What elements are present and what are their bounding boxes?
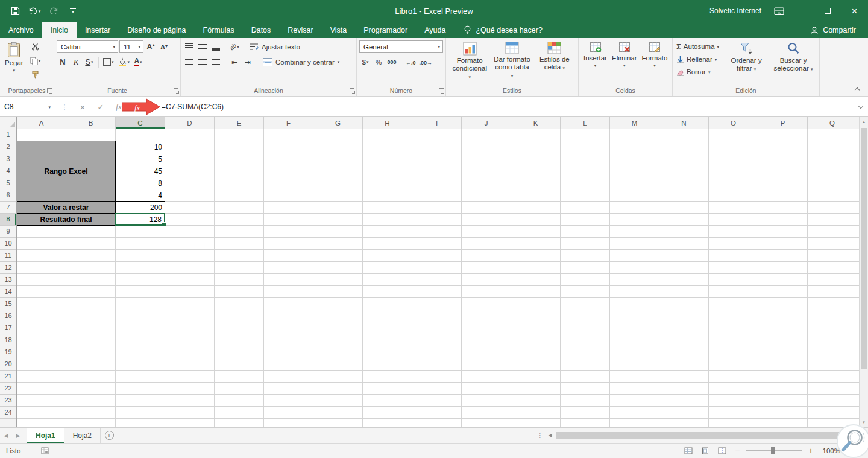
increase-font-button[interactable] bbox=[145, 40, 157, 53]
page-layout-view-button[interactable] bbox=[699, 445, 711, 457]
row-header-23[interactable]: 23 bbox=[0, 395, 16, 407]
column-header-p[interactable]: P bbox=[758, 117, 808, 129]
sort-filter-button[interactable]: Ordenar y filtrar bbox=[723, 40, 770, 74]
row-header-2[interactable]: 2 bbox=[0, 141, 16, 153]
minimize-button[interactable] bbox=[787, 0, 814, 22]
label-cell-resultado-final[interactable]: Resultado final bbox=[17, 213, 116, 226]
comma-format-button[interactable]: 000 bbox=[386, 56, 398, 68]
cell-c5[interactable]: 8 bbox=[115, 177, 165, 189]
font-size-select[interactable]: 11 bbox=[119, 40, 143, 53]
copy-button[interactable] bbox=[29, 54, 42, 67]
cell-c6[interactable]: 4 bbox=[115, 189, 165, 202]
sheet-nav-left-button[interactable] bbox=[0, 428, 12, 443]
column-header-j[interactable]: J bbox=[462, 117, 511, 129]
paste-button[interactable]: Pegar bbox=[2, 40, 26, 74]
clear-button[interactable]: Borrar bbox=[675, 66, 720, 78]
column-header-n[interactable]: N bbox=[659, 117, 709, 129]
tab-formulas[interactable]: Fórmulas bbox=[195, 22, 243, 38]
font-name-select[interactable]: Calibri bbox=[57, 40, 118, 53]
clipboard-dialog-launcher[interactable] bbox=[47, 88, 52, 93]
decrease-font-button[interactable] bbox=[158, 40, 170, 53]
column-header-d[interactable]: D bbox=[165, 117, 215, 129]
row-header-1[interactable]: 1 bbox=[0, 129, 16, 141]
tab-inicio[interactable]: Inicio bbox=[42, 22, 77, 38]
align-center-button[interactable] bbox=[197, 56, 209, 68]
formula-input[interactable]: =C7-SUMA(C2:C6) bbox=[128, 97, 854, 116]
tell-me-box[interactable]: ¿Qué desea hacer? bbox=[464, 22, 542, 38]
row-header-17[interactable]: 17 bbox=[0, 322, 16, 334]
cell-c8[interactable]: 128 bbox=[115, 213, 165, 226]
column-header-b[interactable]: B bbox=[66, 117, 116, 129]
close-button[interactable] bbox=[841, 0, 868, 22]
row-header-14[interactable]: 14 bbox=[0, 286, 16, 298]
row-header-13[interactable]: 13 bbox=[0, 274, 16, 286]
row-header-19[interactable]: 19 bbox=[0, 346, 16, 358]
insert-cells-button[interactable]: Insertar bbox=[581, 40, 609, 69]
tab-datos[interactable]: Datos bbox=[243, 22, 280, 38]
tab-vista[interactable]: Vista bbox=[322, 22, 356, 38]
row-header-4[interactable]: 4 bbox=[0, 165, 16, 177]
align-bottom-button[interactable] bbox=[210, 40, 222, 53]
column-header-c[interactable]: C bbox=[116, 117, 165, 129]
number-format-select[interactable]: General bbox=[359, 40, 443, 53]
column-header-f[interactable]: F bbox=[264, 117, 313, 129]
undo-button[interactable] bbox=[27, 2, 42, 19]
sheet-tab-hoja2[interactable]: Hoja2 bbox=[64, 428, 101, 443]
horizontal-scroll-thumb[interactable] bbox=[556, 432, 843, 439]
conditional-formatting-button[interactable]: Formato condicional bbox=[448, 40, 491, 81]
formula-bar-expand-button[interactable] bbox=[854, 97, 868, 116]
zoom-slider[interactable] bbox=[746, 450, 802, 451]
save-button[interactable] bbox=[7, 2, 23, 19]
align-left-button[interactable] bbox=[183, 56, 195, 68]
column-header-m[interactable]: M bbox=[610, 117, 659, 129]
column-header-l[interactable]: L bbox=[561, 117, 610, 129]
maximize-button[interactable] bbox=[814, 0, 841, 22]
name-box[interactable]: C8 bbox=[0, 97, 55, 116]
row-header-20[interactable]: 20 bbox=[0, 358, 16, 371]
row-header-7[interactable]: 7 bbox=[0, 202, 16, 214]
cell-c7[interactable]: 200 bbox=[115, 201, 165, 214]
format-cells-button[interactable]: Formato bbox=[640, 40, 670, 69]
fill-color-button[interactable] bbox=[116, 56, 131, 68]
wrap-text-button[interactable]: Ajustar texto bbox=[247, 40, 303, 53]
zoom-out-button[interactable]: − bbox=[733, 446, 741, 456]
row-header-11[interactable]: 11 bbox=[0, 250, 16, 262]
page-break-view-button[interactable] bbox=[716, 445, 728, 457]
row-header-18[interactable]: 18 bbox=[0, 334, 16, 346]
column-header-k[interactable]: K bbox=[511, 117, 561, 129]
format-painter-button[interactable] bbox=[29, 68, 42, 81]
column-header-i[interactable]: I bbox=[412, 117, 462, 129]
format-as-table-button[interactable]: Dar formato como tabla bbox=[491, 40, 533, 80]
align-middle-button[interactable] bbox=[197, 40, 209, 53]
find-select-button[interactable]: Buscar y seleccionar bbox=[770, 40, 817, 74]
row-header-9[interactable]: 9 bbox=[0, 226, 16, 238]
italic-button[interactable]: K bbox=[70, 56, 82, 68]
vertical-scrollbar[interactable] bbox=[859, 117, 868, 427]
normal-view-button[interactable] bbox=[682, 445, 694, 457]
align-right-button[interactable] bbox=[210, 56, 222, 68]
row-header-22[interactable]: 22 bbox=[0, 383, 16, 395]
tab-revisar[interactable]: Revisar bbox=[279, 22, 321, 38]
customize-qat-button[interactable] bbox=[65, 2, 81, 19]
cancel-formula-button[interactable] bbox=[74, 97, 92, 116]
share-button[interactable]: Compartir bbox=[810, 22, 868, 38]
increase-indent-button[interactable] bbox=[242, 56, 254, 68]
autosum-button[interactable]: Autosuma bbox=[675, 40, 720, 52]
row-header-15[interactable]: 15 bbox=[0, 298, 16, 310]
decrease-decimal-button[interactable] bbox=[418, 56, 434, 68]
align-top-button[interactable] bbox=[183, 40, 195, 53]
row-header-10[interactable]: 10 bbox=[0, 238, 16, 250]
cell-c4[interactable]: 45 bbox=[115, 165, 165, 177]
horizontal-scrollbar[interactable] bbox=[546, 428, 868, 443]
tab-scroll-splitter[interactable] bbox=[535, 428, 546, 443]
row-header-3[interactable]: 3 bbox=[0, 153, 16, 165]
row-header-16[interactable]: 16 bbox=[0, 310, 16, 322]
scroll-up-arrow[interactable] bbox=[860, 117, 868, 127]
label-cell-valor-a-restar[interactable]: Valor a restar bbox=[17, 201, 116, 214]
redo-button[interactable] bbox=[46, 2, 61, 19]
tab-insertar[interactable]: Insertar bbox=[77, 22, 119, 38]
zoom-in-button[interactable]: + bbox=[807, 446, 815, 456]
enter-formula-button[interactable] bbox=[92, 97, 110, 116]
tab-ayuda[interactable]: Ayuda bbox=[416, 22, 454, 38]
underline-button[interactable]: S bbox=[83, 56, 95, 68]
